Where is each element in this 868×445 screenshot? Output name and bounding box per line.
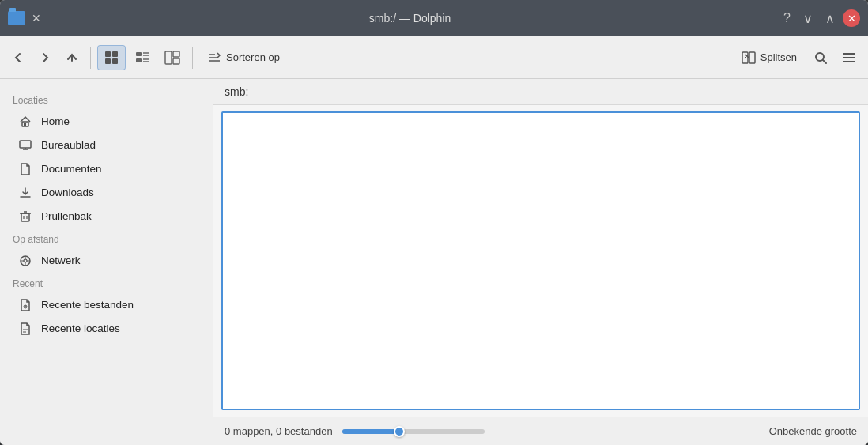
sidebar-item-bureaublad[interactable]: Bureaublad bbox=[5, 133, 208, 157]
desktop-icon bbox=[17, 138, 33, 152]
svg-rect-27 bbox=[24, 123, 26, 126]
svg-rect-5 bbox=[136, 52, 142, 56]
status-text: 0 mappen, 0 bestanden bbox=[225, 425, 333, 437]
zoom-slider-container bbox=[342, 429, 760, 434]
sidebar-item-home-label: Home bbox=[41, 115, 70, 127]
documents-icon bbox=[17, 161, 33, 175]
sidebar-item-recente-bestanden-label: Recente bestanden bbox=[41, 299, 134, 311]
downloads-icon bbox=[17, 185, 33, 199]
home-icon bbox=[17, 114, 33, 128]
sort-label: Sorteren op bbox=[226, 51, 280, 63]
sidebar-item-recente-bestanden[interactable]: Recente bestanden bbox=[5, 292, 208, 316]
svg-rect-13 bbox=[173, 58, 179, 64]
sidebar-item-recente-locaties[interactable]: Recente locaties bbox=[5, 316, 208, 340]
pin-button[interactable]: ✕ bbox=[32, 12, 41, 25]
titlebar-controls: ? ∨ ∧ ✕ bbox=[779, 9, 860, 28]
sidebar-item-netwerk-label: Netwerk bbox=[41, 255, 81, 266]
size-text: Onbekende grootte bbox=[769, 425, 857, 437]
svg-point-38 bbox=[24, 259, 27, 262]
svg-rect-32 bbox=[21, 213, 29, 221]
svg-rect-17 bbox=[742, 52, 748, 63]
recent-locations-icon bbox=[17, 321, 33, 335]
svg-rect-11 bbox=[165, 51, 172, 64]
content-area: smb: 0 mappen, 0 bestanden Onbekende gro… bbox=[213, 79, 868, 445]
grid-view-button[interactable] bbox=[97, 45, 126, 70]
svg-rect-12 bbox=[173, 51, 179, 57]
path-bar: smb: bbox=[213, 79, 868, 105]
recent-files-icon bbox=[17, 297, 33, 311]
sidebar-item-bureaublad-label: Bureaublad bbox=[41, 139, 96, 151]
close-button[interactable]: ✕ bbox=[843, 9, 860, 27]
separator-1 bbox=[90, 47, 91, 69]
svg-rect-2 bbox=[112, 51, 118, 57]
split-label: Splitsen bbox=[760, 51, 797, 63]
separator-2 bbox=[192, 47, 193, 69]
slider-fill bbox=[342, 429, 399, 434]
details-view-button[interactable] bbox=[129, 46, 156, 70]
help-button[interactable]: ? bbox=[779, 9, 795, 27]
section-label-locaties: Locaties bbox=[0, 89, 213, 109]
sidebar-item-prullenbak-label: Prullenbak bbox=[41, 210, 92, 222]
sidebar-item-documenten-label: Documenten bbox=[41, 163, 102, 175]
trash-icon bbox=[17, 209, 33, 223]
sidebar-item-downloads-label: Downloads bbox=[41, 187, 94, 198]
section-label-recent: Recent bbox=[0, 272, 213, 292]
file-view[interactable] bbox=[221, 111, 860, 410]
window-title: smb:/ — Dolphin bbox=[41, 12, 779, 25]
maximize-button[interactable]: ∧ bbox=[821, 9, 840, 28]
section-label-op-afstand: Op afstand bbox=[0, 228, 213, 248]
sidebar-item-home[interactable]: Home bbox=[5, 109, 208, 133]
up-button[interactable] bbox=[60, 47, 84, 68]
svg-rect-18 bbox=[749, 52, 755, 63]
sidebar-item-netwerk[interactable]: Netwerk bbox=[5, 248, 208, 272]
toolbar: Sorteren op Splitsen bbox=[0, 36, 868, 79]
app-icon bbox=[8, 11, 25, 25]
svg-line-22 bbox=[823, 60, 826, 63]
sidebar-item-downloads[interactable]: Downloads bbox=[5, 180, 208, 204]
menu-button[interactable] bbox=[836, 47, 862, 69]
svg-rect-4 bbox=[112, 58, 118, 64]
sidebar-item-prullenbak[interactable]: Prullenbak bbox=[5, 204, 208, 228]
titlebar: ✕ smb:/ — Dolphin ? ∨ ∧ ✕ bbox=[0, 0, 868, 36]
current-path: smb: bbox=[225, 85, 248, 98]
svg-rect-3 bbox=[105, 58, 111, 64]
statusbar: 0 mappen, 0 bestanden Onbekende grootte bbox=[213, 417, 868, 445]
network-icon bbox=[17, 253, 33, 267]
app-window: ✕ smb:/ — Dolphin ? ∨ ∧ ✕ bbox=[0, 0, 868, 445]
slider-thumb bbox=[394, 426, 405, 437]
minimize-button[interactable]: ∨ bbox=[798, 9, 817, 28]
split-button[interactable]: Splitsen bbox=[734, 47, 805, 69]
titlebar-left: ✕ bbox=[8, 11, 41, 25]
sort-button[interactable]: Sorteren op bbox=[199, 47, 288, 69]
back-button[interactable] bbox=[6, 47, 30, 68]
svg-rect-8 bbox=[136, 58, 142, 62]
sidebar-item-recente-locaties-label: Recente locaties bbox=[41, 322, 120, 334]
svg-rect-28 bbox=[20, 141, 31, 148]
forward-button[interactable] bbox=[33, 47, 57, 68]
sidebar: Locaties Home Bureaublad Documenten bbox=[0, 79, 213, 445]
search-button[interactable] bbox=[808, 47, 833, 69]
split-panels-button[interactable] bbox=[159, 46, 186, 70]
svg-rect-1 bbox=[105, 51, 111, 57]
sidebar-item-documenten[interactable]: Documenten bbox=[5, 157, 208, 180]
main-area: Locaties Home Bureaublad Documenten bbox=[0, 79, 868, 445]
zoom-slider[interactable] bbox=[342, 429, 485, 434]
